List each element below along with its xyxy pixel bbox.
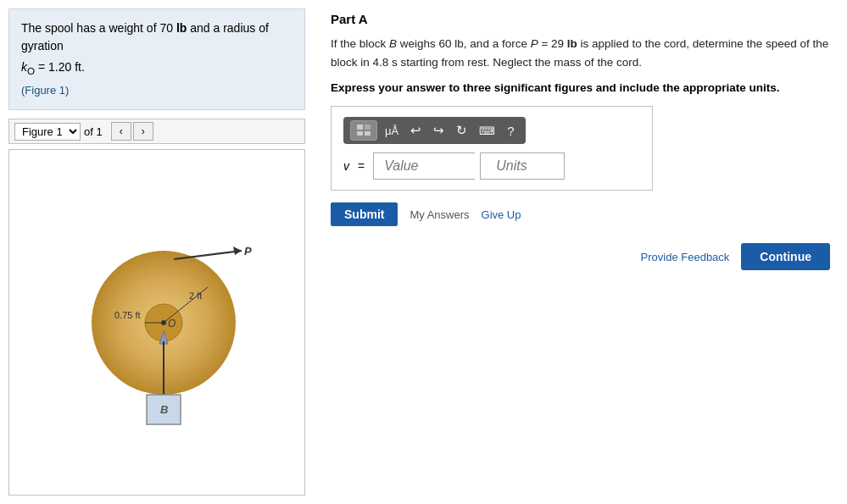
redo-button[interactable]: ↪	[429, 121, 449, 140]
mu-button[interactable]: μÅ	[381, 123, 403, 139]
svg-rect-6	[365, 131, 371, 136]
svg-rect-4	[365, 125, 371, 130]
figure-of-text: of 1	[84, 125, 103, 138]
keyboard-button[interactable]: ⌨	[475, 123, 499, 139]
problem-line2: kO = 1.20 ft.	[21, 58, 293, 78]
math-toolbar: μÅ ↩ ↪ ↻ ⌨ ?	[343, 117, 526, 144]
figure-next-button[interactable]: ›	[133, 122, 153, 141]
arrow-p	[233, 246, 242, 255]
figure-control-bar: Figure 1 of 1 ‹ ›	[8, 119, 305, 144]
figure-prev-button[interactable]: ‹	[111, 122, 131, 141]
problem-line1: The spool has a weight of 70 lb and a ra…	[21, 19, 293, 55]
left-panel: The spool has a weight of 70 lb and a ra…	[0, 0, 314, 504]
problem-statement: The spool has a weight of 70 lb and a ra…	[8, 8, 305, 110]
bottom-row: Provide Feedback Continue	[331, 243, 830, 270]
units-input[interactable]	[480, 152, 565, 180]
refresh-icon: ↻	[456, 123, 467, 138]
undo-button[interactable]: ↩	[406, 121, 426, 140]
keyboard-icon: ⌨	[479, 125, 495, 137]
my-answers-link[interactable]: My Answers	[410, 208, 469, 221]
question-text: If the block B weighs 60 lb, and a force…	[331, 35, 830, 71]
give-up-link[interactable]: Give Up	[482, 208, 521, 221]
matrix-icon	[356, 124, 371, 137]
mu-icon: μÅ	[385, 125, 398, 137]
figure-image: O P B 0.75 ft 2 ft	[8, 149, 305, 496]
svg-rect-3	[357, 125, 363, 130]
right-panel: Part A If the block B weighs 60 lb, and …	[314, 0, 847, 504]
refresh-button[interactable]: ↻	[452, 121, 471, 140]
matrix-button[interactable]	[350, 120, 377, 141]
instruction-text: Express your answer to three significant…	[331, 81, 830, 94]
help-button[interactable]: ?	[503, 122, 518, 140]
action-row: Submit My Answers Give Up	[331, 202, 830, 226]
help-icon: ?	[507, 124, 514, 138]
submit-button[interactable]: Submit	[331, 202, 398, 226]
value-input[interactable]	[373, 152, 475, 180]
undo-icon: ↩	[410, 123, 421, 138]
svg-rect-5	[357, 131, 363, 136]
label-075ft: 0.75 ft	[114, 310, 141, 320]
figure-link[interactable]: (Figure 1)	[21, 84, 69, 97]
continue-button[interactable]: Continue	[741, 243, 830, 270]
part-label: Part A	[331, 12, 830, 26]
diagram-svg: O P B 0.75 ft 2 ft	[38, 213, 276, 433]
answer-box: μÅ ↩ ↪ ↻ ⌨ ? v =	[331, 106, 653, 191]
label-b: B	[160, 403, 168, 416]
provide-feedback-link[interactable]: Provide Feedback	[641, 251, 730, 263]
label-2ft: 2 ft	[189, 291, 202, 301]
figure-select[interactable]: Figure 1	[14, 123, 81, 141]
input-row: v =	[343, 152, 640, 180]
label-o: O	[168, 318, 176, 330]
equals-sign: =	[358, 159, 365, 173]
redo-icon: ↪	[433, 123, 444, 138]
label-p: P	[244, 245, 252, 258]
variable-label: v	[343, 159, 349, 173]
